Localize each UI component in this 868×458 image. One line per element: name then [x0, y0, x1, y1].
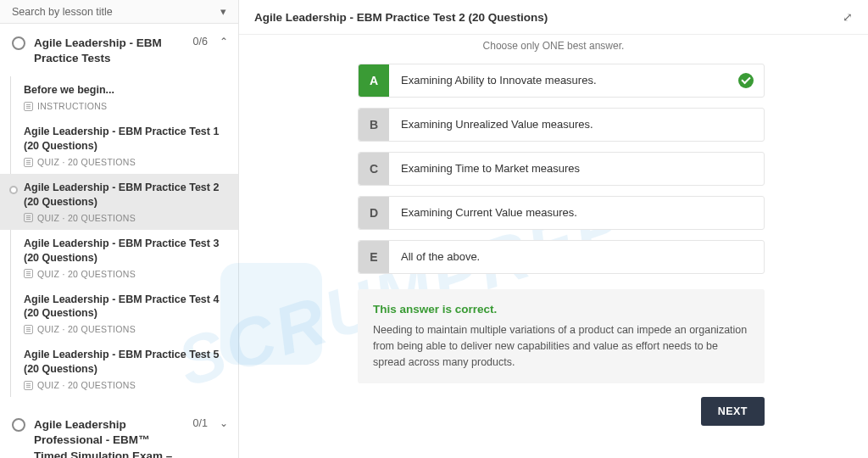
feedback-text: Needing to maintain multiple variations … — [373, 322, 749, 370]
quiz-icon — [24, 158, 33, 167]
answer-letter: A — [359, 64, 389, 97]
answer-option-a[interactable]: A Examining Ability to Innovate measures… — [358, 64, 765, 98]
lesson-meta: QUIZ · 20 QUESTIONS — [24, 213, 230, 223]
lesson-item-test5[interactable]: Agile Leadership - EBM Practice Test 5 (… — [20, 341, 238, 397]
search-dropdown[interactable]: Search by lesson title ▾ — [0, 0, 238, 24]
answer-text: Examining Current Value measures. — [389, 197, 764, 229]
lesson-item-test4[interactable]: Agile Leadership - EBM Practice Test 4 (… — [20, 286, 238, 342]
active-dot-icon — [9, 186, 18, 194]
expand-icon[interactable]: ⤢ — [843, 10, 853, 24]
section-title: Agile Leadership Professional - EBM™ Tim… — [34, 417, 185, 458]
lesson-meta: QUIZ · 20 QUESTIONS — [24, 157, 230, 167]
lesson-meta: QUIZ · 20 QUESTIONS — [24, 269, 230, 279]
lesson-title: Agile Leadership - EBM Practice Test 1 (… — [24, 125, 230, 154]
chevron-down-icon: ⌄ — [220, 417, 228, 429]
lesson-item-test2[interactable]: Agile Leadership - EBM Practice Test 2 (… — [0, 174, 238, 230]
section-progress: 0/6 — [193, 36, 208, 47]
feedback-box: This answer is correct. Needing to maint… — [358, 289, 765, 383]
next-button[interactable]: NEXT — [701, 397, 765, 426]
answer-letter: E — [359, 241, 389, 273]
answer-option-c[interactable]: C Examining Time to Market measures — [358, 152, 765, 186]
lesson-title: Before we begin... — [24, 83, 114, 98]
answer-letter: D — [359, 197, 389, 229]
search-placeholder: Search by lesson title — [12, 6, 113, 18]
answer-option-e[interactable]: E All of the above. — [358, 240, 765, 274]
check-icon — [738, 73, 754, 88]
section-radio — [12, 36, 25, 50]
lesson-title: Agile Leadership - EBM Practice Test 4 (… — [24, 293, 230, 321]
feedback-title: This answer is correct. — [373, 303, 749, 316]
section-radio — [12, 418, 25, 432]
answer-text: All of the above. — [389, 241, 764, 273]
answer-option-b[interactable]: B Examining Unrealized Value measures. — [358, 108, 765, 142]
lesson-title: Agile Leadership - EBM Practice Test 5 (… — [24, 348, 230, 377]
lesson-title: Agile Leadership - EBM Practice Test 3 (… — [24, 237, 230, 265]
section-header-simulation-exam[interactable]: Agile Leadership Professional - EBM™ Tim… — [0, 405, 238, 458]
quiz-icon — [24, 213, 33, 222]
lesson-meta: INSTRUCTIONS — [24, 101, 114, 111]
answer-text: Examining Time to Market measures — [389, 153, 764, 185]
quiz-icon — [24, 381, 33, 390]
page-title: Agile Leadership - EBM Practice Test 2 (… — [254, 11, 548, 24]
answer-text: Examining Ability to Innovate measures. — [389, 64, 764, 97]
answer-letter: C — [359, 153, 389, 185]
lesson-meta: QUIZ · 20 QUESTIONS — [24, 324, 230, 334]
section-header-practice-tests[interactable]: Agile Leadership - EBM Practice Tests 0/… — [0, 24, 238, 76]
question-instruction: Choose only ONE best answer. — [256, 40, 851, 52]
quiz-icon — [24, 269, 33, 278]
lesson-item-instructions[interactable]: Before we begin... INSTRUCTIONS — [20, 76, 238, 118]
chevron-down-icon: ▾ — [220, 5, 226, 18]
lesson-list: Before we begin... INSTRUCTIONS Agile Le… — [0, 76, 238, 405]
answer-text: Examining Unrealized Value measures. — [389, 109, 764, 141]
answer-letter: B — [359, 109, 389, 141]
section-title: Agile Leadership - EBM Practice Tests — [34, 36, 185, 66]
lesson-item-test1[interactable]: Agile Leadership - EBM Practice Test 1 (… — [20, 118, 238, 174]
main-header: Agile Leadership - EBM Practice Test 2 (… — [239, 0, 868, 35]
doc-icon — [24, 102, 33, 111]
chevron-up-icon: ⌃ — [220, 36, 228, 47]
sidebar: Search by lesson title ▾ Agile Leadershi… — [0, 0, 239, 458]
lesson-item-test3[interactable]: Agile Leadership - EBM Practice Test 3 (… — [20, 230, 238, 286]
quiz-icon — [24, 325, 33, 334]
answer-option-d[interactable]: D Examining Current Value measures. — [358, 196, 765, 230]
lesson-title: Agile Leadership - EBM Practice Test 2 (… — [24, 181, 230, 209]
lesson-meta: QUIZ · 20 QUESTIONS — [24, 380, 230, 390]
section-progress: 0/1 — [193, 417, 208, 429]
main-content: Agile Leadership - EBM Practice Test 2 (… — [239, 0, 868, 458]
